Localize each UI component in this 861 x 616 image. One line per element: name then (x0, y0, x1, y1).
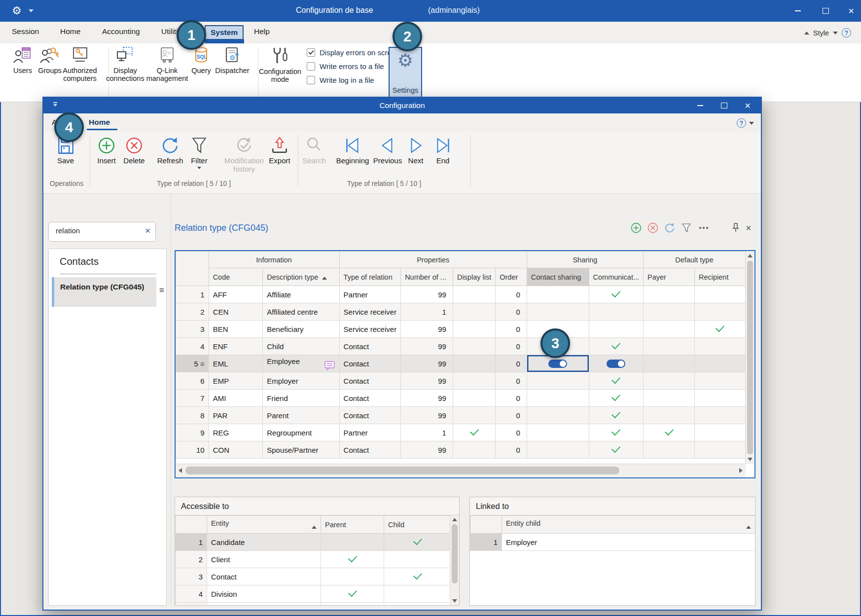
tab-accounting[interactable]: Accounting (102, 27, 140, 36)
column-header[interactable]: Child (384, 516, 451, 534)
cell-entity-child[interactable]: Employer (502, 534, 755, 551)
cell-type[interactable]: Contact (339, 338, 401, 355)
cell-description[interactable]: Parent (263, 407, 339, 424)
collapse-ribbon-icon[interactable] (804, 32, 809, 35)
checkbox-unchecked-icon[interactable] (307, 62, 315, 71)
cell-payer[interactable] (644, 424, 695, 441)
cell-code[interactable]: EML (209, 355, 263, 372)
cell-payer[interactable] (644, 303, 695, 321)
cell-order[interactable]: 0 (496, 303, 527, 321)
table-row[interactable]: 2CENAffiliated centreService receiver10 (176, 303, 746, 321)
cell-display-list[interactable] (453, 441, 495, 459)
cell-type[interactable]: Service receiver (339, 321, 401, 338)
export-button[interactable]: Export (264, 135, 295, 165)
cell-communication[interactable] (589, 407, 643, 424)
cell-number[interactable]: 99 (401, 355, 453, 372)
next-button[interactable]: Next (402, 135, 429, 165)
cell-number[interactable]: 99 (401, 390, 453, 407)
table-row[interactable]: 10CONSpouse/PartnerContact990 (176, 441, 746, 459)
cell-display-list[interactable] (453, 286, 495, 303)
cell-child[interactable] (384, 551, 451, 568)
cell-payer[interactable] (644, 372, 695, 390)
cell-order[interactable]: 0 (496, 424, 527, 441)
cell-number[interactable]: 99 (401, 286, 453, 303)
cell-payer[interactable] (644, 441, 695, 459)
cell-description[interactable]: Friend (263, 390, 339, 407)
cell-contact-sharing[interactable] (527, 303, 589, 321)
cell-type[interactable]: Partner (339, 286, 401, 303)
cell-recipient[interactable] (695, 424, 746, 441)
config-maximize-button[interactable] (713, 98, 735, 113)
table-row[interactable]: 6EMPEmployerContact990 (176, 372, 746, 390)
cell-description[interactable]: Affiliated centre (263, 303, 339, 321)
cell-communication[interactable] (589, 390, 643, 407)
cell-entity[interactable]: Client (207, 551, 321, 568)
cell-entity[interactable]: Division (207, 585, 321, 603)
search-input[interactable] (55, 226, 136, 235)
cell-code[interactable]: CON (209, 441, 263, 459)
row-number[interactable]: 9 (176, 424, 209, 441)
tab-session[interactable]: Session (12, 27, 39, 36)
cell-display-list[interactable] (453, 355, 495, 372)
cell-number[interactable]: 1 (401, 303, 453, 321)
cell-contact-sharing[interactable] (527, 286, 589, 303)
tab-home[interactable]: Home (60, 27, 80, 36)
cell-child[interactable] (384, 568, 451, 585)
table-row[interactable]: 7AMIFriendContact990 (176, 390, 746, 407)
cell-payer[interactable] (644, 407, 695, 424)
cell-order[interactable]: 0 (496, 286, 527, 303)
cell-display-list[interactable] (453, 424, 495, 441)
cell-display-list[interactable] (453, 321, 495, 338)
cell-code[interactable]: EMP (209, 372, 263, 390)
authorized-computers-button[interactable]: Authorized computers (54, 46, 106, 82)
column-header[interactable]: Communicat... (589, 268, 643, 286)
config-minimize-button[interactable] (689, 98, 712, 113)
row-number[interactable]: 10 (176, 441, 209, 459)
cell-display-list[interactable] (453, 372, 495, 390)
config-help-chevron-icon[interactable] (749, 122, 754, 125)
tab-help[interactable]: Help (254, 27, 270, 36)
table-row[interactable]: 1AFFAffiliatePartner990 (176, 286, 746, 303)
panel-delete-icon[interactable] (647, 222, 659, 234)
cell-code[interactable]: ENF (209, 338, 263, 355)
panel-more-icon[interactable] (697, 222, 710, 234)
row-drag-handle-icon[interactable]: ≡ (200, 360, 205, 368)
row-number[interactable]: 1 (470, 534, 502, 551)
settings-button[interactable]: ⚙ Settings (389, 47, 422, 98)
dispatcher-button[interactable]: ⚙ ⚙ Dispatcher (213, 46, 251, 74)
cell-parent[interactable] (321, 534, 384, 551)
cell-payer[interactable] (644, 338, 695, 355)
tab-system[interactable]: System (205, 25, 244, 40)
table-row[interactable]: 4ENFChildContact990 (176, 338, 746, 355)
cell-type[interactable]: Contact (339, 407, 401, 424)
cell-recipient[interactable] (695, 441, 746, 459)
cell-contact-sharing[interactable] (527, 372, 589, 390)
cell-number[interactable]: 1 (401, 424, 453, 441)
cell-communication[interactable] (589, 424, 643, 441)
cell-description[interactable]: Employer (263, 372, 339, 390)
close-button[interactable]: × (838, 0, 861, 22)
cell-communication[interactable] (589, 372, 643, 390)
cell-communication[interactable] (589, 338, 643, 355)
table-row[interactable]: 4Division (176, 585, 451, 603)
cell-code[interactable]: AMI (209, 390, 263, 407)
cell-parent[interactable] (321, 568, 384, 585)
minimize-button[interactable] (785, 0, 811, 22)
query-button[interactable]: SQL Query (189, 46, 214, 74)
cell-payer[interactable] (644, 355, 695, 372)
table-row[interactable]: 1Candidate (176, 534, 451, 551)
cell-type[interactable]: Service receiver (339, 303, 401, 321)
column-header[interactable]: Recipient (695, 268, 746, 286)
cell-parent[interactable] (321, 585, 384, 603)
column-header[interactable]: Entity (207, 516, 321, 534)
cell-order[interactable]: 0 (496, 338, 527, 355)
filter-dropdown-icon[interactable] (197, 167, 201, 169)
cell-display-list[interactable] (453, 338, 495, 355)
cell-recipient[interactable] (695, 321, 746, 338)
tab-config-home[interactable]: Home (89, 118, 110, 127)
grid-horizontal-scrollbar[interactable] (176, 464, 746, 477)
cell-description[interactable]: Affiliate (263, 286, 339, 303)
cell-child[interactable] (384, 534, 451, 551)
qlink-management-button[interactable]: in Q-Link management (144, 46, 191, 82)
cell-recipient[interactable] (695, 355, 746, 372)
